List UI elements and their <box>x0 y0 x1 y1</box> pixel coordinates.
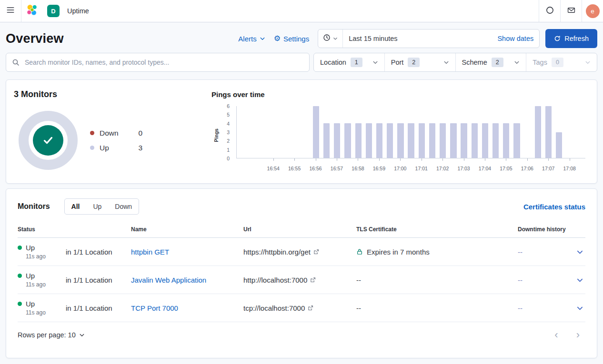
ping-bar <box>492 123 499 158</box>
y-axis-label: Pings <box>213 128 219 142</box>
column-header-location <box>66 226 131 233</box>
ping-bar <box>419 123 425 158</box>
x-tick-mark <box>442 158 443 161</box>
settings-label: Settings <box>283 35 309 43</box>
table-row: Up 11s ago in 1/1 Location TCP Port 7000… <box>18 294 585 322</box>
show-dates-button[interactable]: Show dates <box>492 35 539 42</box>
y-tick-label: 0 <box>227 156 230 161</box>
monitors-title: Monitors <box>18 202 50 211</box>
filter-count-badge: 2 <box>408 58 420 67</box>
quick-select-button[interactable] <box>318 30 343 48</box>
external-link-icon[interactable] <box>308 305 313 311</box>
x-tick-label: 17:03 <box>457 166 470 171</box>
external-link-icon[interactable] <box>310 277 316 283</box>
date-picker: Last 15 minutes Show dates <box>318 29 540 48</box>
rows-per-page-button[interactable]: Rows per page: 10 <box>18 331 85 339</box>
legend-label: Down <box>100 129 119 138</box>
ping-bar-slot <box>374 106 384 158</box>
ping-bar <box>334 123 340 158</box>
certificates-status-link[interactable]: Certificates status <box>523 203 585 211</box>
chevron-down-icon <box>443 59 449 65</box>
ping-bar <box>355 123 362 158</box>
tab-all[interactable]: All <box>65 199 87 214</box>
ping-bar <box>535 106 541 158</box>
x-tick-mark <box>422 158 422 161</box>
ping-bar-slot <box>522 106 533 158</box>
expand-row-button[interactable] <box>574 275 585 285</box>
elastic-logo-icon <box>26 4 38 18</box>
y-axis-ticks: 0123456 <box>220 106 232 158</box>
ping-bar <box>429 123 435 158</box>
refresh-label: Refresh <box>564 35 589 42</box>
top-navigation-bar: D Uptime e <box>0 0 603 22</box>
ping-bar-slot <box>290 106 300 158</box>
ping-bar-slot <box>543 106 553 158</box>
location-filter[interactable]: Location 1 <box>314 53 385 71</box>
tls-expiry-text: -- <box>356 304 361 312</box>
breadcrumb: Uptime <box>67 7 89 15</box>
filter-count-badge: 1 <box>351 58 362 67</box>
time-range-button[interactable]: Last 15 minutes <box>343 35 492 42</box>
monitor-name-link[interactable]: TCP Port 7000 <box>131 304 178 312</box>
chevron-down-icon <box>576 305 583 312</box>
ping-bar-slot <box>533 106 543 158</box>
ping-bar-slot <box>385 106 395 158</box>
newsfeed-button[interactable] <box>561 0 582 22</box>
table-row: Up 11s ago in 1/1 Location Javalin Web A… <box>18 266 585 294</box>
tab-up[interactable]: Up <box>86 199 108 214</box>
x-tick-mark <box>464 158 464 161</box>
refresh-icon <box>554 35 561 42</box>
ping-bar <box>440 123 446 158</box>
refresh-button[interactable]: Refresh <box>545 29 597 48</box>
monitor-name-link[interactable]: Javalin Web Application <box>131 276 206 284</box>
legend-value: 0 <box>138 129 142 138</box>
chevron-down-icon <box>576 276 583 284</box>
expand-row-button[interactable] <box>574 303 585 314</box>
ping-bar-slot <box>406 106 416 158</box>
scheme-filter[interactable]: Scheme 2 <box>456 53 527 71</box>
external-link-icon[interactable] <box>313 249 319 255</box>
elastic-home-button[interactable] <box>21 0 42 22</box>
previous-page-button[interactable]: ‹ <box>551 330 562 340</box>
user-menu-button[interactable]: e <box>582 0 603 22</box>
ping-bar-slot <box>448 106 459 158</box>
port-filter[interactable]: Port 2 <box>385 53 456 71</box>
settings-button[interactable]: ⚙ Settings <box>274 35 310 43</box>
hamburger-icon <box>6 6 15 16</box>
tags-filter[interactable]: Tags 0 <box>526 53 597 71</box>
tls-expiry-text: Expires in 7 months <box>367 248 430 256</box>
x-tick-label: 17:00 <box>394 166 406 171</box>
monitor-url: tcp://localhost:7000 <box>243 304 305 312</box>
x-tick-label: 17:06 <box>521 166 533 171</box>
circle-ring-icon <box>546 6 554 16</box>
ping-bar <box>503 123 509 158</box>
search-input[interactable] <box>24 58 303 67</box>
ping-bar-slot <box>247 106 258 158</box>
y-tick-label: 2 <box>227 138 230 144</box>
ping-bar-slot <box>311 106 321 158</box>
ping-bar-slot <box>300 106 311 158</box>
column-header-name: Name <box>131 226 243 233</box>
monitor-name-link[interactable]: httpbin GET <box>131 248 169 256</box>
table-footer: Rows per page: 10 ‹ › <box>18 330 585 340</box>
ping-bar-slot <box>427 106 437 158</box>
onboarding-progress-button[interactable] <box>539 0 560 22</box>
menu-button[interactable] <box>0 0 21 22</box>
ping-bar-slot <box>279 106 290 158</box>
tab-down[interactable]: Down <box>108 199 139 214</box>
next-page-button[interactable]: › <box>573 330 583 340</box>
x-tick-label: 17:05 <box>500 166 512 171</box>
expand-row-button[interactable] <box>574 246 585 257</box>
ping-bar <box>313 106 319 158</box>
x-tick-label: 17:08 <box>563 166 576 171</box>
space-badge[interactable]: D <box>47 5 60 17</box>
ping-bar-slot <box>438 106 448 158</box>
y-tick-label: 1 <box>227 147 230 153</box>
ping-bar-slot <box>363 106 374 158</box>
x-tick-mark <box>337 158 337 161</box>
location-text: in 1/1 Location <box>66 304 131 312</box>
monitors-count-title: 3 Monitors <box>14 89 211 99</box>
alerts-dropdown[interactable]: Alerts <box>238 35 265 43</box>
ping-bar-slot <box>575 106 585 158</box>
ping-bar <box>482 123 488 158</box>
